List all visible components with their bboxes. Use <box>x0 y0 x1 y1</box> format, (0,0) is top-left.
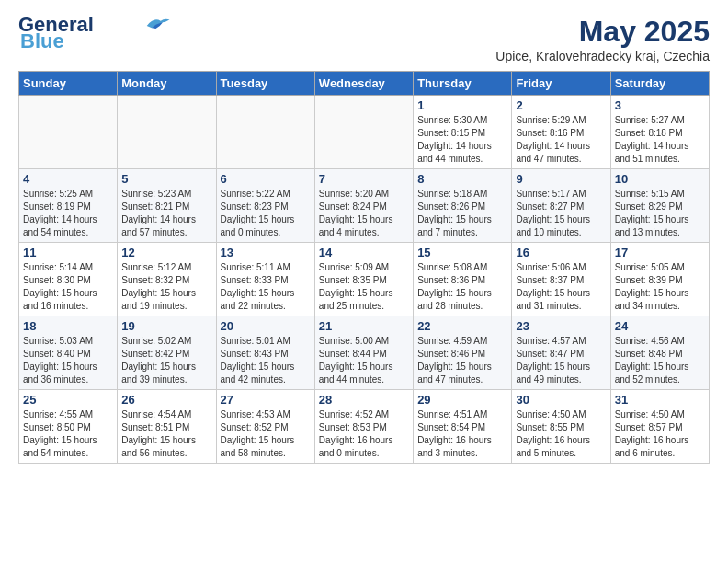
day-info-text: Sunrise: 5:20 AM Sunset: 8:24 PM Dayligh… <box>319 188 409 239</box>
calendar-day-cell: 21Sunrise: 5:00 AM Sunset: 8:44 PM Dayli… <box>314 316 413 390</box>
empty-day-cell <box>314 96 413 169</box>
calendar-week-row: 4Sunrise: 5:25 AM Sunset: 8:19 PM Daylig… <box>19 169 710 243</box>
calendar-day-cell: 7Sunrise: 5:20 AM Sunset: 8:24 PM Daylig… <box>314 169 413 243</box>
day-header-wednesday: Wednesday <box>314 72 413 96</box>
day-number: 13 <box>221 246 311 259</box>
day-header-monday: Monday <box>118 72 216 96</box>
empty-day-cell <box>118 96 216 169</box>
calendar-day-cell: 1Sunrise: 5:30 AM Sunset: 8:15 PM Daylig… <box>414 96 512 169</box>
day-info-text: Sunrise: 5:09 AM Sunset: 8:35 PM Dayligh… <box>319 261 409 313</box>
calendar-day-cell: 29Sunrise: 4:51 AM Sunset: 8:54 PM Dayli… <box>414 390 512 464</box>
day-number: 28 <box>319 393 409 407</box>
calendar-day-cell: 10Sunrise: 5:15 AM Sunset: 8:29 PM Dayli… <box>610 169 709 243</box>
day-number: 2 <box>516 98 606 112</box>
day-number: 30 <box>516 393 606 407</box>
day-number: 16 <box>516 246 606 259</box>
logo: General Blue <box>18 15 171 53</box>
day-info-text: Sunrise: 4:50 AM Sunset: 8:55 PM Dayligh… <box>516 408 606 460</box>
day-info-text: Sunrise: 5:03 AM Sunset: 8:40 PM Dayligh… <box>23 335 113 386</box>
calendar-day-cell: 23Sunrise: 4:57 AM Sunset: 8:47 PM Dayli… <box>512 316 610 390</box>
day-number: 14 <box>319 246 409 259</box>
day-info-text: Sunrise: 5:15 AM Sunset: 8:29 PM Dayligh… <box>615 188 705 239</box>
calendar-day-cell: 5Sunrise: 5:23 AM Sunset: 8:21 PM Daylig… <box>118 169 216 243</box>
calendar-day-cell: 28Sunrise: 4:52 AM Sunset: 8:53 PM Dayli… <box>314 390 413 464</box>
calendar-day-cell: 11Sunrise: 5:14 AM Sunset: 8:30 PM Dayli… <box>19 243 118 316</box>
title-area: May 2025 Upice, Kralovehradecky kraj, Cz… <box>495 15 710 63</box>
month-year-title: May 2025 <box>495 15 710 49</box>
calendar-day-cell: 17Sunrise: 5:05 AM Sunset: 8:39 PM Dayli… <box>610 243 709 316</box>
day-info-text: Sunrise: 5:02 AM Sunset: 8:42 PM Dayligh… <box>121 335 211 386</box>
day-info-text: Sunrise: 4:50 AM Sunset: 8:57 PM Dayligh… <box>615 408 705 460</box>
calendar-day-cell: 27Sunrise: 4:53 AM Sunset: 8:52 PM Dayli… <box>216 390 314 464</box>
day-info-text: Sunrise: 4:59 AM Sunset: 8:46 PM Dayligh… <box>417 335 507 386</box>
calendar-day-cell: 4Sunrise: 5:25 AM Sunset: 8:19 PM Daylig… <box>19 169 118 243</box>
calendar-day-cell: 22Sunrise: 4:59 AM Sunset: 8:46 PM Dayli… <box>414 316 512 390</box>
day-header-tuesday: Tuesday <box>216 72 314 96</box>
calendar-day-cell: 20Sunrise: 5:01 AM Sunset: 8:43 PM Dayli… <box>216 316 314 390</box>
day-number: 27 <box>221 393 311 407</box>
calendar-day-cell: 12Sunrise: 5:12 AM Sunset: 8:32 PM Dayli… <box>118 243 216 316</box>
calendar-day-cell: 25Sunrise: 4:55 AM Sunset: 8:50 PM Dayli… <box>19 390 118 464</box>
calendar-day-cell: 13Sunrise: 5:11 AM Sunset: 8:33 PM Dayli… <box>216 243 314 316</box>
calendar-week-row: 25Sunrise: 4:55 AM Sunset: 8:50 PM Dayli… <box>19 390 710 464</box>
calendar-day-cell: 30Sunrise: 4:50 AM Sunset: 8:55 PM Dayli… <box>512 390 610 464</box>
empty-day-cell <box>19 96 118 169</box>
day-info-text: Sunrise: 5:23 AM Sunset: 8:21 PM Dayligh… <box>121 188 211 239</box>
day-info-text: Sunrise: 4:55 AM Sunset: 8:50 PM Dayligh… <box>23 408 113 460</box>
calendar-table: SundayMondayTuesdayWednesdayThursdayFrid… <box>18 71 710 464</box>
calendar-day-cell: 31Sunrise: 4:50 AM Sunset: 8:57 PM Dayli… <box>610 390 709 464</box>
day-number: 11 <box>23 246 113 259</box>
day-info-text: Sunrise: 5:12 AM Sunset: 8:32 PM Dayligh… <box>121 261 211 313</box>
day-info-text: Sunrise: 5:00 AM Sunset: 8:44 PM Dayligh… <box>319 335 409 386</box>
day-info-text: Sunrise: 5:01 AM Sunset: 8:43 PM Dayligh… <box>221 335 311 386</box>
day-number: 5 <box>121 172 211 186</box>
day-info-text: Sunrise: 4:52 AM Sunset: 8:53 PM Dayligh… <box>319 408 409 460</box>
day-number: 23 <box>516 319 606 333</box>
calendar-day-cell: 16Sunrise: 5:06 AM Sunset: 8:37 PM Dayli… <box>512 243 610 316</box>
logo-bird-icon <box>143 15 171 31</box>
day-number: 19 <box>121 319 211 333</box>
day-info-text: Sunrise: 5:05 AM Sunset: 8:39 PM Dayligh… <box>615 261 705 313</box>
day-number: 8 <box>417 172 507 186</box>
calendar-week-row: 1Sunrise: 5:30 AM Sunset: 8:15 PM Daylig… <box>19 96 710 169</box>
calendar-header-row: SundayMondayTuesdayWednesdayThursdayFrid… <box>19 72 710 96</box>
day-info-text: Sunrise: 4:57 AM Sunset: 8:47 PM Dayligh… <box>516 335 606 386</box>
calendar-week-row: 11Sunrise: 5:14 AM Sunset: 8:30 PM Dayli… <box>19 243 710 316</box>
day-header-sunday: Sunday <box>19 72 118 96</box>
logo-blue: Blue <box>20 29 64 53</box>
day-number: 26 <box>121 393 211 407</box>
day-info-text: Sunrise: 4:54 AM Sunset: 8:51 PM Dayligh… <box>121 408 211 460</box>
calendar-day-cell: 9Sunrise: 5:17 AM Sunset: 8:27 PM Daylig… <box>512 169 610 243</box>
day-number: 20 <box>221 319 311 333</box>
day-number: 17 <box>615 246 705 259</box>
day-info-text: Sunrise: 5:27 AM Sunset: 8:18 PM Dayligh… <box>615 114 705 166</box>
day-info-text: Sunrise: 5:08 AM Sunset: 8:36 PM Dayligh… <box>417 261 507 313</box>
day-number: 3 <box>615 98 705 112</box>
calendar-day-cell: 3Sunrise: 5:27 AM Sunset: 8:18 PM Daylig… <box>610 96 709 169</box>
calendar-day-cell: 14Sunrise: 5:09 AM Sunset: 8:35 PM Dayli… <box>314 243 413 316</box>
day-info-text: Sunrise: 5:11 AM Sunset: 8:33 PM Dayligh… <box>221 261 311 313</box>
day-number: 21 <box>319 319 409 333</box>
day-number: 22 <box>417 319 507 333</box>
calendar-day-cell: 26Sunrise: 4:54 AM Sunset: 8:51 PM Dayli… <box>118 390 216 464</box>
day-number: 10 <box>615 172 705 186</box>
day-number: 24 <box>615 319 705 333</box>
day-number: 12 <box>121 246 211 259</box>
day-info-text: Sunrise: 4:56 AM Sunset: 8:48 PM Dayligh… <box>615 335 705 386</box>
calendar-week-row: 18Sunrise: 5:03 AM Sunset: 8:40 PM Dayli… <box>19 316 710 390</box>
calendar-day-cell: 2Sunrise: 5:29 AM Sunset: 8:16 PM Daylig… <box>512 96 610 169</box>
day-info-text: Sunrise: 5:25 AM Sunset: 8:19 PM Dayligh… <box>23 188 113 239</box>
day-info-text: Sunrise: 5:06 AM Sunset: 8:37 PM Dayligh… <box>516 261 606 313</box>
calendar-day-cell: 6Sunrise: 5:22 AM Sunset: 8:23 PM Daylig… <box>216 169 314 243</box>
calendar-day-cell: 18Sunrise: 5:03 AM Sunset: 8:40 PM Dayli… <box>19 316 118 390</box>
day-number: 1 <box>417 98 507 112</box>
page-header: General Blue May 2025 Upice, Kralovehrad… <box>18 15 710 63</box>
day-number: 25 <box>23 393 113 407</box>
day-info-text: Sunrise: 5:18 AM Sunset: 8:26 PM Dayligh… <box>417 188 507 239</box>
day-info-text: Sunrise: 5:22 AM Sunset: 8:23 PM Dayligh… <box>221 188 311 239</box>
day-number: 31 <box>615 393 705 407</box>
calendar-day-cell: 24Sunrise: 4:56 AM Sunset: 8:48 PM Dayli… <box>610 316 709 390</box>
day-number: 18 <box>23 319 113 333</box>
calendar-day-cell: 8Sunrise: 5:18 AM Sunset: 8:26 PM Daylig… <box>414 169 512 243</box>
day-number: 6 <box>221 172 311 186</box>
